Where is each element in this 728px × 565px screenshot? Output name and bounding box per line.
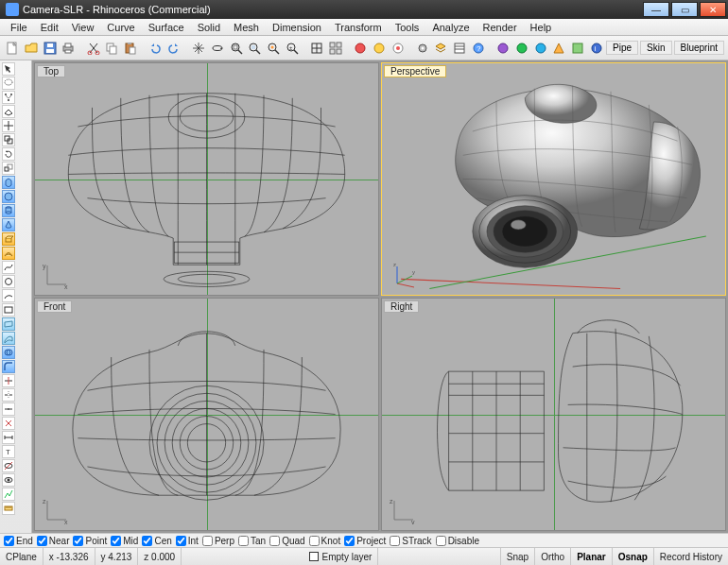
menu-solid[interactable]: Solid	[191, 22, 227, 33]
menu-dimension[interactable]: Dimension	[266, 22, 328, 33]
viewport-right[interactable]: Right	[381, 298, 726, 531]
menu-tools[interactable]: Tools	[389, 22, 426, 33]
osnap-point[interactable]: Point	[73, 536, 107, 546]
surface-icon[interactable]	[2, 317, 15, 331]
lasso-icon[interactable]	[2, 77, 15, 90]
pan-icon[interactable]	[190, 39, 208, 58]
move-icon[interactable]	[2, 119, 15, 132]
misc2-icon[interactable]	[513, 39, 531, 58]
join-icon[interactable]	[2, 402, 15, 416]
cut-icon[interactable]	[84, 39, 102, 58]
scale-icon[interactable]	[2, 162, 15, 175]
hide-icon[interactable]	[2, 459, 15, 472]
tab-blueprint[interactable]: Blueprint	[674, 41, 724, 55]
pointer-icon[interactable]	[2, 62, 15, 76]
osnap-perp[interactable]: Perp	[202, 536, 234, 546]
copy-obj-icon[interactable]	[2, 133, 15, 146]
cplane-icon[interactable]	[2, 105, 15, 118]
status-layer[interactable]: Empty layer	[303, 548, 379, 565]
paste-icon[interactable]	[122, 39, 140, 58]
new-icon[interactable]	[4, 39, 22, 58]
menu-view[interactable]: View	[65, 22, 101, 33]
osnap-quad-checkbox[interactable]	[269, 536, 280, 546]
misc1-icon[interactable]	[494, 39, 512, 58]
misc4-icon[interactable]	[550, 39, 568, 58]
maximize-button[interactable]: ▭	[671, 2, 698, 17]
extrude-icon[interactable]	[2, 232, 15, 246]
menu-render[interactable]: Render	[477, 22, 524, 33]
boolean-icon[interactable]	[2, 346, 15, 359]
cone-icon[interactable]	[2, 218, 15, 231]
minimize-button[interactable]: —	[643, 2, 669, 17]
zoom-extents-icon[interactable]	[246, 39, 264, 58]
show-icon[interactable]	[2, 473, 15, 487]
help-icon[interactable]: ?	[470, 39, 488, 58]
osnap-disable[interactable]: Disable	[436, 536, 479, 546]
osnap-end-checkbox[interactable]	[4, 536, 14, 546]
menu-transform[interactable]: Transform	[328, 22, 389, 33]
osnap-quad[interactable]: Quad	[269, 536, 304, 546]
zoom-dynamic-icon[interactable]: ±	[284, 39, 302, 58]
copy-icon[interactable]	[103, 39, 121, 58]
menu-curve[interactable]: Curve	[100, 22, 141, 33]
osnap-disable-checkbox[interactable]	[436, 536, 446, 546]
osnap-strack-checkbox[interactable]	[390, 536, 400, 546]
misc6-icon[interactable]: i	[587, 39, 605, 58]
osnap-int[interactable]: Int	[176, 536, 199, 546]
rotate-icon[interactable]	[2, 147, 15, 161]
layers-icon[interactable]	[432, 39, 450, 58]
menu-file[interactable]: File	[4, 22, 34, 33]
status-toggle-ortho[interactable]: Ortho	[534, 548, 570, 565]
dim-icon[interactable]	[2, 431, 15, 444]
osnap-knot-checkbox[interactable]	[309, 536, 320, 546]
analysis-icon[interactable]	[2, 488, 15, 501]
curve-icon[interactable]	[2, 261, 15, 274]
render-preview-icon[interactable]	[389, 39, 407, 58]
split-icon[interactable]	[2, 388, 15, 402]
osnap-near-checkbox[interactable]	[37, 536, 47, 546]
tab-pipe[interactable]: Pipe	[606, 41, 638, 55]
open-icon[interactable]	[23, 39, 41, 58]
osnap-mid[interactable]: Mid	[111, 536, 138, 546]
set-view-icon[interactable]	[308, 39, 326, 58]
undo-icon[interactable]	[147, 39, 165, 58]
zoom-window-icon[interactable]	[227, 39, 245, 58]
trim-icon[interactable]	[2, 374, 15, 387]
viewport-perspective[interactable]: Perspective	[381, 62, 726, 296]
menu-edit[interactable]: Edit	[34, 22, 65, 33]
save-icon[interactable]	[41, 39, 59, 58]
misc3-icon[interactable]	[531, 39, 549, 58]
rect-icon[interactable]	[2, 303, 15, 317]
sweep-icon[interactable]	[2, 332, 15, 345]
menu-analyze[interactable]: Analyze	[425, 22, 476, 33]
osnap-project[interactable]: Project	[344, 536, 386, 546]
misc5-icon[interactable]	[569, 39, 587, 58]
menu-surface[interactable]: Surface	[142, 22, 191, 33]
sphere-icon[interactable]	[2, 190, 15, 203]
render-icon[interactable]	[370, 39, 388, 58]
osnap-int-checkbox[interactable]	[176, 536, 186, 546]
measure-icon[interactable]	[2, 502, 15, 515]
viewport-top[interactable]: Top	[34, 62, 379, 296]
status-cplane[interactable]: CPlane	[0, 548, 43, 565]
viewport-label-right[interactable]: Right	[384, 300, 419, 313]
viewport-label-perspective[interactable]: Perspective	[384, 65, 446, 77]
viewport-label-front[interactable]: Front	[37, 300, 72, 313]
osnap-strack[interactable]: STrack	[390, 536, 431, 546]
status-toggle-snap[interactable]: Snap	[500, 548, 534, 565]
explode-icon[interactable]	[2, 417, 15, 430]
osnap-point-checkbox[interactable]	[73, 536, 83, 546]
status-toggle-planar[interactable]: Planar	[570, 548, 612, 565]
circle-icon[interactable]	[2, 275, 15, 288]
status-toggle-osnap[interactable]: Osnap	[612, 548, 653, 565]
status-toggle-record-history[interactable]: Record History	[653, 548, 728, 565]
osnap-end[interactable]: End	[4, 536, 33, 546]
osnap-mid-checkbox[interactable]	[111, 536, 121, 546]
shade-icon[interactable]	[352, 39, 370, 58]
four-view-icon[interactable]	[327, 39, 345, 58]
osnap-project-checkbox[interactable]	[344, 536, 355, 546]
box-icon[interactable]	[2, 176, 15, 189]
close-button[interactable]: ✕	[700, 2, 726, 17]
viewport-front[interactable]: Front	[34, 298, 379, 531]
rotate-view-icon[interactable]	[209, 39, 227, 58]
